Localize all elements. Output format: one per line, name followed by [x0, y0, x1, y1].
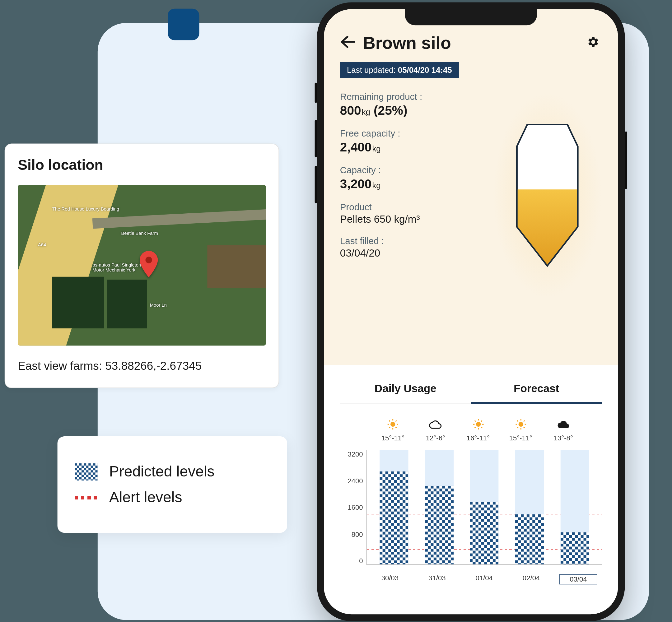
map-pin-icon[interactable] — [138, 251, 159, 280]
weather-forecast-row: 15°-11°12°-6°16°-11°15°-11°13°-8° — [340, 418, 602, 442]
remaining-product: Remaining product : 800kg (25%) — [340, 92, 485, 118]
weather-item: 13°-8° — [542, 418, 584, 442]
silo-location-card: Silo location The Red House Luxury Board… — [5, 144, 279, 388]
svg-rect-36 — [560, 532, 589, 564]
weather-item: 15°-11° — [499, 418, 542, 442]
svg-rect-33 — [425, 485, 453, 564]
last-updated-badge: Last updated: 05/04/20 14:45 — [340, 62, 459, 78]
svg-line-21 — [474, 427, 475, 428]
svg-line-31 — [524, 420, 525, 421]
tab-forecast[interactable]: Forecast — [471, 375, 602, 404]
phone-mockup: Brown silo Last updated: 05/04/20 14:45 … — [317, 2, 625, 621]
weather-sun-icon — [457, 418, 499, 431]
svg-line-11 — [396, 427, 397, 428]
svg-rect-34 — [470, 502, 499, 564]
free-capacity: Free capacity : 2,400kg — [340, 129, 485, 155]
x-axis: 30/0331/0301/0402/0403/04 — [340, 574, 602, 584]
chart-tabs: Daily Usage Forecast — [340, 375, 602, 404]
weather-item: 12°-6° — [414, 418, 457, 442]
weather-sun-icon — [499, 418, 542, 431]
svg-line-29 — [524, 427, 525, 428]
bar-slot — [380, 450, 408, 564]
x-label: 01/04 — [465, 574, 503, 584]
product: Product Pellets 650 kg/m³ — [340, 202, 485, 226]
svg-line-12 — [389, 427, 390, 428]
predicted-bar — [560, 532, 589, 564]
tab-daily-usage[interactable]: Daily Usage — [340, 375, 471, 404]
legend-alert: Alert levels — [75, 489, 270, 506]
svg-point-14 — [476, 422, 480, 427]
x-label: 03/04 — [559, 574, 597, 584]
back-arrow-icon[interactable] — [340, 34, 355, 52]
predicted-bar — [425, 485, 453, 564]
satellite-map[interactable]: The Red House Luxury Boarding Beetle Ban… — [18, 185, 266, 346]
svg-rect-4 — [516, 189, 579, 267]
chart-plot — [367, 450, 602, 565]
svg-rect-32 — [380, 471, 408, 564]
phone-notch — [405, 9, 537, 26]
x-label: 02/04 — [512, 574, 550, 584]
farm-coordinates: East view farms: 53.88266,-2.67345 — [18, 359, 266, 373]
weather-item: 16°-11° — [457, 418, 499, 442]
bar-slot — [515, 450, 544, 564]
svg-line-30 — [517, 427, 518, 428]
dashed-line-icon — [75, 496, 98, 499]
svg-line-10 — [389, 420, 390, 421]
svg-line-22 — [481, 420, 482, 421]
silo-fill-graphic — [493, 92, 602, 299]
predicted-bar — [515, 514, 544, 564]
y-axis: 3200240016008000 — [340, 450, 367, 565]
bar-slot — [560, 450, 589, 564]
weather-sun-icon — [371, 418, 414, 431]
svg-line-20 — [481, 427, 482, 428]
svg-line-28 — [517, 420, 518, 421]
weather-darkcloud-icon — [542, 418, 584, 431]
capacity: Capacity : 3,200kg — [340, 166, 485, 192]
legend-predicted: Predicted levels — [75, 463, 270, 481]
predicted-bar — [380, 471, 408, 564]
svg-point-23 — [518, 422, 523, 427]
bar-slot — [425, 450, 453, 564]
gear-icon[interactable] — [586, 35, 600, 51]
x-label: 31/03 — [418, 574, 456, 584]
x-label: 30/03 — [371, 574, 409, 584]
weather-item: 15°-11° — [371, 418, 414, 442]
svg-point-0 — [145, 256, 152, 263]
svg-line-13 — [396, 420, 397, 421]
forecast-chart: 3200240016008000 — [340, 450, 602, 571]
weather-cloud-icon — [414, 418, 457, 431]
legend-card: Predicted levels Alert levels — [58, 436, 287, 533]
svg-rect-35 — [515, 514, 544, 564]
checker-pattern-icon — [75, 463, 98, 480]
location-title: Silo location — [18, 157, 266, 174]
bar-slot — [470, 450, 499, 564]
last-filled: Last filled : 03/04/20 — [340, 236, 485, 260]
silo-title: Brown silo — [363, 33, 578, 53]
svg-rect-3 — [75, 463, 98, 480]
svg-point-5 — [391, 422, 395, 427]
svg-line-19 — [474, 420, 475, 421]
blue-accent-square — [168, 9, 199, 40]
predicted-bar — [470, 502, 499, 564]
